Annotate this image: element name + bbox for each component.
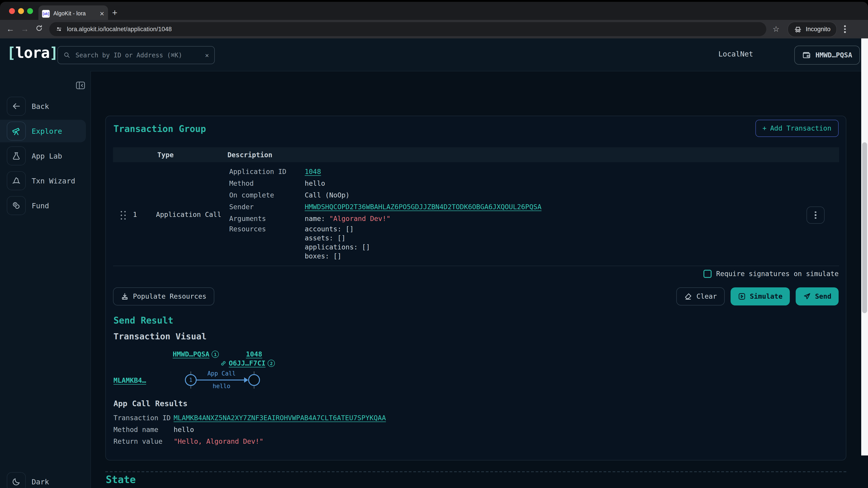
- sidebar-item-txn-wizard[interactable]: Txn Wizard: [0, 172, 90, 190]
- simulate-button[interactable]: Simulate: [730, 287, 790, 305]
- url-bar[interactable]: lora.algokit.io/localnet/application/104…: [49, 22, 766, 36]
- add-transaction-button[interactable]: + Add Transaction: [755, 120, 839, 137]
- url-text: lora.algokit.io/localnet/application/104…: [67, 26, 172, 33]
- field-arguments: Arguments name: "Algorand Dev!": [229, 213, 772, 225]
- favicon: [ak]: [42, 10, 50, 18]
- site-info-icon[interactable]: [56, 26, 62, 33]
- tab-close-icon[interactable]: ✕: [99, 10, 104, 17]
- app-root: [lora] ✕ LocalNet HMWD…PQSA: [0, 38, 868, 488]
- row-menu-button[interactable]: [807, 206, 825, 224]
- result-method-name: Method name hello: [114, 424, 386, 435]
- require-signatures-label: Require signatures on simulate: [716, 270, 839, 278]
- sidebar-item-dark-mode[interactable]: Dark: [0, 473, 90, 488]
- search-input[interactable]: [74, 51, 201, 59]
- account-badge: 1: [212, 351, 219, 358]
- clear-button[interactable]: Clear: [677, 287, 724, 305]
- lora-logo[interactable]: [lora]: [7, 44, 58, 61]
- collapse-sidebar-icon[interactable]: [75, 80, 86, 91]
- txn-table-row[interactable]: 1 Application Call Application ID 1048 M…: [113, 162, 839, 266]
- app-id-link[interactable]: 1048: [246, 350, 262, 358]
- send-result-title: Send Result: [114, 315, 174, 326]
- require-signatures-row: Require signatures on simulate: [704, 270, 839, 278]
- tab-title: AlgoKit - lora: [53, 10, 96, 17]
- simulate-play-icon: [738, 292, 746, 300]
- search-icon: [63, 52, 70, 59]
- sidebar-label-txn-wizard: Txn Wizard: [32, 176, 75, 185]
- application-id-link[interactable]: 1048: [305, 166, 321, 177]
- state-title: State: [106, 474, 135, 485]
- bookmark-star-icon[interactable]: ☆: [773, 24, 780, 34]
- scrollbar-thumb[interactable]: [862, 142, 867, 313]
- app-header: [lora] ✕ LocalNet HMWD…PQSA: [0, 38, 868, 71]
- sidebar-item-explore[interactable]: Explore: [0, 120, 86, 142]
- sidebar-label-fund: Fund: [32, 201, 49, 210]
- result-return-value: Return value "Hello, Algorand Dev!": [114, 435, 386, 447]
- transaction-group-card: Transaction Group + Add Transaction Type…: [105, 116, 846, 460]
- field-on-complete: On complete Call (NoOp): [229, 189, 772, 201]
- section-divider: [105, 471, 846, 472]
- back-arrow-icon: [7, 97, 26, 116]
- search-box[interactable]: ✕: [57, 46, 215, 64]
- graph-account-column: HMWD…PQSA 1: [173, 350, 219, 358]
- row-type: Application Call: [156, 210, 221, 219]
- tab-strip: [ak] AlgoKit - lora ✕ +: [0, 2, 868, 20]
- resource-boxes: boxes: []: [305, 252, 370, 261]
- window-close-button[interactable]: [9, 8, 15, 14]
- sidebar-label-app-lab: App Lab: [32, 152, 62, 160]
- row-index: 1: [133, 210, 137, 219]
- group-badge: 2: [268, 360, 275, 367]
- column-type: Type: [157, 151, 174, 159]
- search-clear-icon[interactable]: ✕: [205, 52, 209, 59]
- window-zoom-button[interactable]: [27, 8, 33, 14]
- app-call-results: Transaction ID MLAMKB4ANXZ5NA2XY7ZNF3EAI…: [114, 412, 386, 447]
- graph-group-row: O6JJ…F7CI 2: [220, 359, 275, 367]
- drag-handle-icon[interactable]: [119, 210, 127, 221]
- sidebar-item-back[interactable]: Back: [0, 97, 90, 115]
- main-content: Transaction Group + Add Transaction Type…: [90, 71, 861, 488]
- transaction-visual-title: Transaction Visual: [114, 331, 207, 341]
- require-signatures-checkbox[interactable]: [704, 270, 712, 278]
- transaction-link[interactable]: MLAMKB4…: [114, 377, 146, 385]
- field-sender: Sender HMWDSHQCOPD2T36WBAHLAZ6PO5GDJJZBN…: [229, 201, 772, 213]
- graph-app-column: 1048: [241, 350, 267, 358]
- wallet-address: HMWD…PQSA: [815, 51, 852, 59]
- transaction-id-link[interactable]: MLAMKB4ANXZ5NA2XY7ZNF3EAIROHVWPAB4A7CLT6…: [174, 412, 386, 424]
- plus-icon: +: [763, 124, 767, 132]
- field-method: Method hello: [229, 177, 772, 189]
- send-plane-icon: [803, 292, 811, 300]
- browser-toolbar: ← → lora.algokit.io/localnet/application…: [0, 20, 868, 38]
- window-minimize-button[interactable]: [18, 8, 24, 14]
- telescope-icon: [7, 122, 26, 140]
- app-call-results-title: App Call Results: [114, 399, 188, 408]
- wizard-hat-icon: [7, 171, 26, 190]
- wallet-button[interactable]: HMWD…PQSA: [794, 46, 860, 65]
- argument-value: "Algorand Dev!": [329, 215, 391, 223]
- result-transaction-id: Transaction ID MLAMKB4ANXZ5NA2XY7ZNF3EAI…: [114, 412, 386, 424]
- send-button[interactable]: Send: [796, 287, 839, 305]
- account-link[interactable]: HMWD…PQSA: [173, 350, 210, 358]
- edge-label-method: hello: [194, 383, 249, 390]
- txn-description-fields: Application ID 1048 Method hello On comp…: [229, 166, 772, 261]
- sidebar-item-fund[interactable]: Fund: [0, 197, 90, 215]
- populate-resources-button[interactable]: Populate Resources: [113, 287, 214, 305]
- sidebar-label-dark: Dark: [32, 477, 49, 486]
- txn-table-header: Type Description: [113, 147, 839, 162]
- back-icon[interactable]: ←: [6, 24, 14, 34]
- forward-icon[interactable]: →: [21, 24, 29, 34]
- browser-menu-icon[interactable]: [844, 26, 846, 33]
- incognito-badge: Incognito: [788, 22, 837, 37]
- sender-address-link[interactable]: HMWDSHQCOPD2T36WBAHLAZ6PO5GDJJZBN4D2TODK…: [305, 201, 541, 213]
- new-tab-button[interactable]: +: [112, 8, 117, 17]
- group-link[interactable]: O6JJ…F7CI: [229, 359, 266, 367]
- field-resources: Resources accounts: [] assets: [] applic…: [229, 225, 772, 261]
- flask-icon: [7, 147, 26, 165]
- graph-to-node[interactable]: [248, 374, 260, 386]
- sidebar-item-app-lab[interactable]: App Lab: [0, 147, 90, 165]
- sidebar: Back Explore: [0, 71, 91, 488]
- page-scrollbar[interactable]: [861, 38, 868, 455]
- browser-tab[interactable]: [ak] AlgoKit - lora ✕: [38, 5, 108, 22]
- graph-edge-line: [197, 380, 245, 381]
- reload-icon[interactable]: [35, 24, 43, 34]
- sidebar-label-explore: Explore: [32, 127, 62, 135]
- network-label[interactable]: LocalNet: [718, 50, 753, 58]
